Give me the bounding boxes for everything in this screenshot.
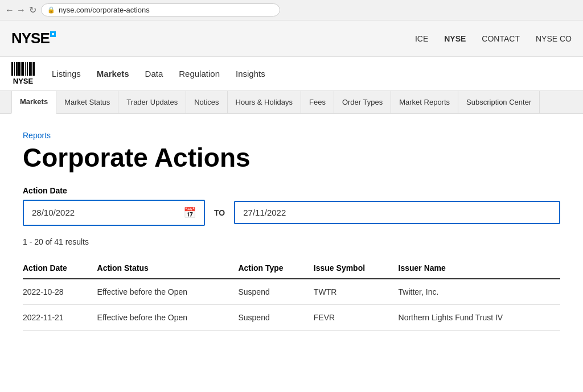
sub-nav-market-reports[interactable]: Market Reports	[391, 91, 458, 114]
logo-corner-accent	[50, 31, 56, 37]
main-nav-logo: NYSE	[11, 62, 35, 85]
cell-issue-symbol-1: FEVR	[314, 304, 399, 330]
nav-item-listings[interactable]: Listings	[52, 69, 81, 79]
bar11	[33, 62, 35, 76]
col-header-issuer-name: Issuer Name	[399, 258, 560, 279]
sub-nav: Markets Market Status Trader Updates Not…	[0, 91, 583, 114]
bar2	[14, 62, 15, 76]
main-nav-items: Listings Markets Data Regulation Insight…	[52, 69, 265, 79]
bar4	[18, 62, 20, 76]
sub-nav-order-types[interactable]: Order Types	[334, 91, 391, 114]
reload-button[interactable]: ↻	[28, 6, 36, 14]
sub-nav-trader-updates[interactable]: Trader Updates	[118, 91, 186, 114]
table-row: 2022-10-28 Effective before the Open Sus…	[23, 279, 560, 305]
sub-nav-markets[interactable]: Markets	[11, 91, 56, 114]
logo-text: NYSE	[11, 30, 50, 47]
date-to-input[interactable]	[243, 208, 551, 217]
cell-action-type-0: Suspend	[238, 279, 313, 305]
col-header-action-type: Action Type	[238, 258, 313, 279]
sub-nav-notices[interactable]: Notices	[186, 91, 227, 114]
date-row: 📅 TO	[23, 200, 560, 226]
col-header-action-date: Action Date	[23, 258, 97, 279]
cell-action-type-1: Suspend	[238, 304, 313, 330]
browser-controls: ← → ↻	[6, 6, 36, 14]
calendar-from-icon: 📅	[183, 207, 196, 219]
date-to-label: TO	[214, 208, 225, 217]
lock-icon: 🔒	[47, 6, 55, 14]
cell-action-status-0: Effective before the Open	[97, 279, 239, 305]
bar1	[11, 62, 13, 76]
main-content: Reports Corporate Actions Action Date 📅 …	[0, 114, 583, 348]
sub-nav-hours-holidays[interactable]: Hours & Holidays	[228, 91, 301, 114]
bar5	[20, 62, 22, 76]
sub-nav-market-status[interactable]: Market Status	[56, 91, 118, 114]
nyse-logo[interactable]: NYSE	[11, 30, 57, 47]
browser-chrome: ← → ↻ 🔒 nyse.com/corporate-actions	[0, 0, 583, 20]
cell-issue-symbol-0: TWTR	[314, 279, 399, 305]
cell-action-date-1: 2022-11-21	[23, 304, 97, 330]
top-nav-nyse[interactable]: NYSE	[444, 34, 466, 43]
cell-action-status-1: Effective before the Open	[97, 304, 239, 330]
nav-item-data[interactable]: Data	[145, 69, 163, 79]
table-head: Action Date Action Status Action Type Is…	[23, 258, 560, 279]
logo-area: NYSE	[11, 30, 57, 47]
bar8	[27, 62, 28, 76]
date-from-input[interactable]	[32, 208, 146, 217]
top-nav: NYSE ICE NYSE CONTACT NYSE CO	[0, 20, 583, 57]
cell-issuer-name-0: Twitter, Inc.	[399, 279, 560, 305]
sub-nav-subscription-center[interactable]: Subscription Center	[458, 91, 540, 114]
table-body: 2022-10-28 Effective before the Open Sus…	[23, 279, 560, 331]
top-nav-ice[interactable]: ICE	[415, 34, 428, 43]
col-header-issue-symbol: Issue Symbol	[314, 258, 399, 279]
barcode-icon	[11, 62, 35, 76]
top-nav-links: ICE NYSE CONTACT NYSE CO	[415, 34, 572, 43]
nav-item-regulation[interactable]: Regulation	[179, 69, 220, 79]
main-nav: NYSE Listings Markets Data Regulation In…	[0, 57, 583, 91]
breadcrumb: Reports	[23, 131, 560, 140]
nav-item-insights[interactable]: Insights	[236, 69, 265, 79]
url-text: nyse.com/corporate-actions	[59, 6, 150, 14]
filter-section: Action Date 📅 TO	[23, 186, 560, 226]
filter-label: Action Date	[23, 186, 560, 195]
table-header-row: Action Date Action Status Action Type Is…	[23, 258, 560, 279]
address-bar[interactable]: 🔒 nyse.com/corporate-actions	[41, 3, 280, 16]
back-button[interactable]: ←	[6, 6, 14, 14]
col-header-action-status: Action Status	[97, 258, 239, 279]
date-to-input-wrap[interactable]	[234, 201, 560, 224]
table-row: 2022-11-21 Effective before the Open Sus…	[23, 304, 560, 330]
bar10	[31, 62, 32, 76]
page-title: Corporate Actions	[23, 143, 560, 172]
bar9	[29, 62, 31, 76]
top-nav-contact[interactable]: CONTACT	[482, 34, 520, 43]
top-nav-nyse-co[interactable]: NYSE CO	[536, 34, 572, 43]
results-count: 1 - 20 of 41 results	[23, 237, 560, 246]
bar3	[16, 62, 18, 76]
cell-action-date-0: 2022-10-28	[23, 279, 97, 305]
corporate-actions-table: Action Date Action Status Action Type Is…	[23, 258, 560, 331]
forward-button[interactable]: →	[17, 6, 25, 14]
bar6	[22, 62, 24, 76]
nav-item-markets[interactable]: Markets	[97, 69, 129, 79]
sub-nav-fees[interactable]: Fees	[301, 91, 334, 114]
bar7	[25, 62, 26, 76]
main-nav-nyse-label: NYSE	[13, 77, 33, 85]
cell-issuer-name-1: Northern Lights Fund Trust IV	[399, 304, 560, 330]
date-from-input-wrap[interactable]: 📅	[23, 200, 205, 226]
